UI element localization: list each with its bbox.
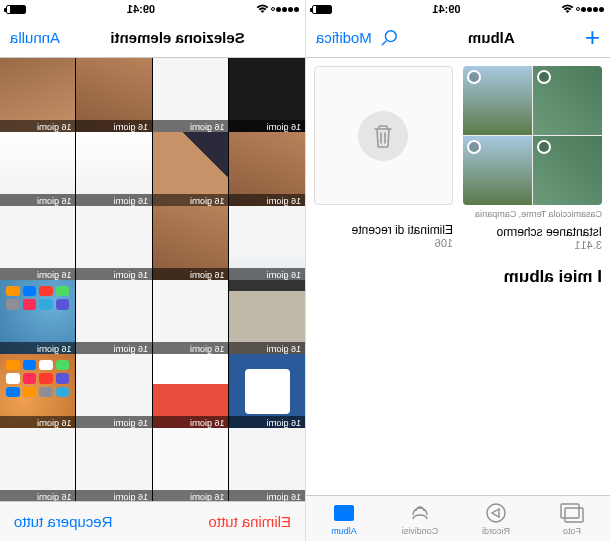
section-my-albums: I miei album xyxy=(314,267,602,287)
nav-title: Album xyxy=(468,29,515,46)
search-icon[interactable] xyxy=(380,29,398,47)
trash-icon xyxy=(373,123,395,149)
photo-item[interactable]: 16 giorni xyxy=(77,132,153,208)
photo-item[interactable]: 16 giorni xyxy=(153,132,229,208)
albums-screen: 09:41 + Album Modifica Casamicciola Term… xyxy=(305,0,610,541)
photo-item[interactable]: 16 giorni xyxy=(230,58,306,134)
album-name: Eliminati di recente xyxy=(314,223,453,237)
photo-item[interactable]: 16 giorni xyxy=(230,280,306,356)
photo-item[interactable]: 16 giorni xyxy=(0,428,76,501)
photo-item[interactable]: 16 giorni xyxy=(0,280,76,356)
photo-item[interactable]: 16 giorni xyxy=(77,428,153,501)
shared-icon xyxy=(408,502,432,524)
svg-point-4 xyxy=(487,504,505,522)
cancel-button[interactable]: Annulla xyxy=(10,29,60,46)
album-screenshots[interactable]: Casamicciola Terme, Campania Istantanee … xyxy=(463,66,602,251)
photo-item[interactable]: 16 giorni xyxy=(0,206,76,282)
albums-content[interactable]: Casamicciola Terme, Campania Istantanee … xyxy=(306,58,610,495)
edit-button[interactable]: Modifica xyxy=(316,29,372,46)
album-location: Casamicciola Terme, Campania xyxy=(463,209,602,219)
nav-bar: Seleziona elementi Annulla xyxy=(0,18,305,58)
album-thumbnail xyxy=(463,66,602,205)
photo-item[interactable]: 16 giorni xyxy=(0,58,76,134)
svg-rect-3 xyxy=(561,504,579,518)
album-name: Istantanee schermo xyxy=(463,225,602,239)
tab-shared[interactable]: Condivisi xyxy=(382,496,458,541)
svg-rect-2 xyxy=(565,508,583,522)
delete-all-button[interactable]: Elimina tutto xyxy=(208,513,291,530)
svg-rect-6 xyxy=(334,505,354,521)
photo-item[interactable]: 16 giorni xyxy=(230,206,306,282)
photo-item[interactable]: 16 giorni xyxy=(153,354,229,430)
photo-item[interactable]: 16 giorni xyxy=(230,354,306,430)
wifi-icon xyxy=(561,4,574,14)
status-bar: 09:41 xyxy=(306,0,610,18)
photo-item[interactable]: 16 giorni xyxy=(153,428,229,501)
photo-grid[interactable]: 16 giorni 16 giorni 16 giorni 16 giorni … xyxy=(0,58,305,501)
nav-title: Seleziona elementi xyxy=(110,29,244,46)
photo-item[interactable]: 16 giorni xyxy=(230,428,306,501)
photo-item[interactable]: 16 giorni xyxy=(153,280,229,356)
battery-icon xyxy=(312,5,332,14)
photo-item[interactable]: 16 giorni xyxy=(230,132,306,208)
recover-all-button[interactable]: Recupera tutto xyxy=(14,513,112,530)
photo-item[interactable]: 16 giorni xyxy=(77,354,153,430)
signal-icon xyxy=(576,7,604,12)
album-count: 3.411 xyxy=(463,239,602,251)
tab-photos[interactable]: Foto xyxy=(534,496,610,541)
select-screen: 09:41 Seleziona elementi Annulla 16 gior… xyxy=(0,0,305,541)
photo-item[interactable]: 16 giorni xyxy=(77,58,153,134)
memories-icon xyxy=(484,502,508,524)
bottom-toolbar: Elimina tutto Recupera tutto xyxy=(0,501,305,541)
svg-point-0 xyxy=(385,30,396,41)
photo-item[interactable]: 16 giorni xyxy=(77,206,153,282)
signal-icon xyxy=(271,7,299,12)
photo-item[interactable]: 16 giorni xyxy=(153,206,229,282)
album-count: 106 xyxy=(314,237,453,249)
albums-icon xyxy=(332,502,356,524)
album-recently-deleted[interactable]: Eliminati di recente 106 xyxy=(314,66,453,251)
wifi-icon xyxy=(256,4,269,14)
svg-line-1 xyxy=(382,40,387,45)
photo-item[interactable]: 16 giorni xyxy=(77,280,153,356)
photo-item[interactable]: 16 giorni xyxy=(0,354,76,430)
photo-item[interactable]: 16 giorni xyxy=(153,58,229,134)
photo-item[interactable]: 16 giorni xyxy=(0,132,76,208)
tab-bar: Foto Ricordi Condivisi Album xyxy=(306,495,610,541)
add-button[interactable]: + xyxy=(585,22,600,53)
tab-memories[interactable]: Ricordi xyxy=(458,496,534,541)
status-time: 09:41 xyxy=(127,3,155,15)
status-time: 09:41 xyxy=(432,3,460,15)
battery-icon xyxy=(6,5,26,14)
album-thumbnail xyxy=(314,66,453,205)
nav-bar: + Album Modifica xyxy=(306,18,610,58)
tab-albums[interactable]: Album xyxy=(306,496,382,541)
svg-marker-5 xyxy=(492,509,499,517)
photos-icon xyxy=(560,502,584,524)
status-bar: 09:41 xyxy=(0,0,305,18)
